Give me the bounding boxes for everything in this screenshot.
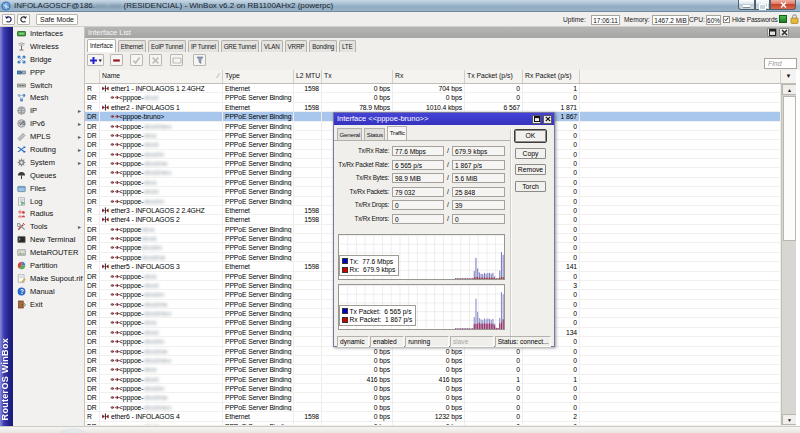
table-row[interactable]: DR<pppoe-xkvstPPPoE Server Binding0 bps0…	[85, 422, 781, 426]
sidebar-item-interfaces[interactable]: Interfaces	[13, 27, 84, 40]
sidebar-item-exit[interactable]: Exit	[13, 298, 84, 311]
dialog-close-button[interactable]	[543, 115, 552, 124]
tab-gre-tunnel[interactable]: GRE Tunnel	[221, 40, 259, 52]
field-value-rx[interactable]: 5.6 MiB	[452, 173, 505, 183]
undo-button[interactable]	[2, 14, 15, 25]
tab-bonding[interactable]: Bonding	[309, 40, 337, 52]
sidebar-item-partition[interactable]: Partition	[13, 259, 84, 272]
field-value-tx[interactable]: 0	[392, 214, 444, 224]
iflist-titlebar[interactable]: Interface List	[85, 27, 800, 38]
column-header-rx-packet-p-s-[interactable]: Rx Packet (p/s)	[523, 70, 580, 83]
tab-ethernet[interactable]: Ethernet	[118, 40, 146, 52]
dialog-rollup-button[interactable]	[532, 115, 541, 124]
tab-eoip-tunnel[interactable]: EoIP Tunnel	[148, 40, 186, 52]
sidebar-item-tools[interactable]: Tools▸	[13, 220, 84, 233]
sidebar-item-ppp[interactable]: PPP	[13, 66, 84, 79]
table-row[interactable]: DR<pppoe-xkvstmeoPPPoE Server Binding0 b…	[85, 356, 781, 365]
scrollbar-thumb[interactable]	[783, 96, 796, 241]
sidebar-item-make-supout-rif[interactable]: Make Supout.rif	[13, 272, 84, 285]
close-button[interactable]	[770, 0, 796, 10]
tab-interface[interactable]: Interface	[87, 39, 116, 52]
vertical-scrollbar[interactable]: ▲ ▼	[781, 84, 796, 425]
remove-button[interactable]	[110, 54, 123, 66]
table-row[interactable]: DR<pppoe-xkvsPPPoE Server Binding0 bps0 …	[85, 365, 781, 374]
safe-mode-button[interactable]: Safe Mode	[36, 14, 78, 25]
cell-pad	[580, 84, 781, 92]
field-value-rx[interactable]: 679.9 kbps	[452, 146, 505, 156]
tab-lte[interactable]: LTE	[339, 40, 355, 52]
redo-button[interactable]	[17, 14, 30, 25]
remove-button[interactable]: Remove	[515, 164, 546, 176]
sidebar-item-log[interactable]: Log	[13, 195, 84, 208]
table-row[interactable]: DR<pppoe-xkvstmeoPPPoE Server Binding0 b…	[85, 403, 781, 412]
scroll-up-button[interactable]: ▲	[782, 84, 797, 95]
sidebar-item-new-terminal[interactable]: New Terminal	[13, 233, 84, 246]
enable-button[interactable]	[130, 54, 143, 66]
dialog-tab-status[interactable]: Status	[364, 128, 385, 140]
field-value-rx[interactable]: 25 848	[452, 187, 505, 197]
dialog-titlebar[interactable]: Interface <<pppoe-bruno>>	[334, 113, 554, 125]
column-selector-button[interactable]: ▼	[781, 70, 796, 84]
comment-button[interactable]	[170, 54, 183, 66]
table-row[interactable]: DR<pppoe-xkvstPPPoE Server Binding416 bp…	[85, 375, 781, 384]
minimize-button[interactable]	[738, 0, 755, 10]
sidebar-item-system[interactable]: System▸	[13, 156, 84, 169]
field-value-tx[interactable]: 79 032	[392, 187, 444, 197]
field-value-tx[interactable]: 98.9 MiB	[392, 173, 444, 183]
iflist-restore-button[interactable]	[767, 28, 777, 37]
column-header-flags[interactable]	[85, 70, 100, 83]
column-header-name[interactable]: Name∕	[100, 70, 223, 83]
sidebar-item-metarouter[interactable]: MetaROUTER	[13, 246, 84, 259]
column-header-tx[interactable]: Tx	[322, 70, 393, 83]
tab-ip-tunnel[interactable]: IP Tunnel	[188, 40, 219, 52]
column-header-rx[interactable]: Rx	[393, 70, 465, 83]
hide-passwords-label[interactable]: Hide Passwords	[732, 16, 778, 23]
sidebar-item-radius[interactable]: Radius	[13, 207, 84, 220]
column-header-type[interactable]: Type	[223, 70, 294, 83]
table-row[interactable]: DR<pppoe-xkvstPPPoE Server Binding0 bps0…	[85, 93, 781, 102]
disable-button[interactable]	[149, 54, 162, 66]
cell-type: Ethernet	[223, 206, 294, 214]
sidebar-item-ip[interactable]: IP▸	[13, 104, 84, 117]
dialog-tab-general[interactable]: General	[337, 128, 362, 140]
filter-button[interactable]	[193, 54, 206, 66]
dialog-tab-traffic[interactable]: Traffic	[387, 126, 407, 140]
sidebar-item-manual[interactable]: ?Manual	[13, 285, 84, 298]
sidebar-item-ipv6[interactable]: v6IPv6▸	[13, 117, 84, 130]
restore-button[interactable]	[755, 0, 770, 10]
torch-button[interactable]: Torch	[515, 181, 546, 193]
tab-vrrp[interactable]: VRRP	[285, 40, 308, 52]
sidebar-item-wireless[interactable]: Wireless	[13, 40, 84, 53]
table-row[interactable]: Rether6 - INFOLAGOS 4Ethernet15980 bps12…	[85, 412, 781, 421]
field-slash: /	[447, 146, 449, 156]
hide-passwords-checkbox[interactable]	[723, 16, 730, 23]
scroll-down-button[interactable]: ▼	[782, 414, 797, 425]
table-row[interactable]: Rether1 - INFOLAGOS 1 2.4GHZEthernet1598…	[85, 84, 781, 93]
sidebar-item-bridge[interactable]: Bridge	[13, 53, 84, 66]
copy-button[interactable]: Copy	[515, 148, 546, 160]
field-value-tx[interactable]: 6 565 p/s	[392, 160, 444, 170]
table-row[interactable]: Rether2 - INFOLAGOS 1Ethernet159878.9 Mb…	[85, 103, 781, 112]
field-value-rx[interactable]: 0	[452, 214, 505, 224]
table-row[interactable]: DR<pppoe-xkvstmePPPoE Server Binding0 bp…	[85, 347, 781, 356]
sidebar-item-routing[interactable]: Routing▸	[13, 143, 84, 156]
cell-flag: DR	[85, 393, 100, 401]
ok-button[interactable]: OK	[515, 130, 546, 142]
table-row[interactable]: DR<pppoe-xkvstmPPPoE Server Binding0 bps…	[85, 384, 781, 393]
sidebar-item-mesh[interactable]: Mesh	[13, 91, 84, 104]
tab-vlan[interactable]: VLAN	[261, 40, 283, 52]
field-value-rx[interactable]: 39	[452, 200, 505, 210]
sidebar-item-files[interactable]: Files	[13, 182, 84, 195]
iflist-close-button[interactable]	[779, 28, 789, 37]
table-row[interactable]: DR<pppoe-xkvstmePPPoE Server Binding0 bp…	[85, 393, 781, 402]
sidebar-item-mpls[interactable]: MPLS▸	[13, 130, 84, 143]
field-value-rx[interactable]: 1 867 p/s	[452, 160, 505, 170]
sidebar-item-queues[interactable]: Queues	[13, 169, 84, 182]
field-value-tx[interactable]: 0	[392, 200, 444, 210]
column-header-tx-packet-p-s-[interactable]: Tx Packet (p/s)	[465, 70, 523, 83]
field-value-tx[interactable]: 77.6 Mbps	[392, 146, 444, 156]
add-button[interactable]	[87, 54, 104, 66]
sidebar-item-switch[interactable]: Switch	[13, 79, 84, 92]
find-input[interactable]: Find	[764, 58, 797, 69]
column-header-l2-mtu[interactable]: L2 MTU	[294, 70, 322, 83]
